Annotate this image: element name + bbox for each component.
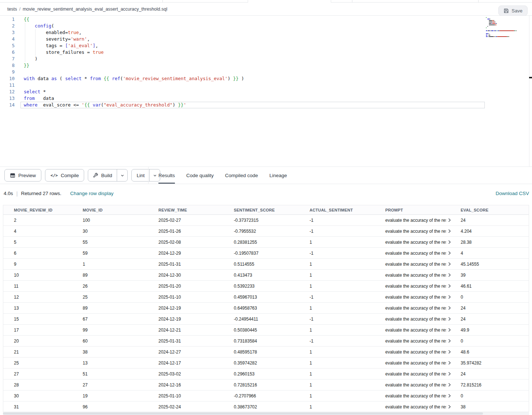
cell-sentiment_score: -0.37372315: [234, 218, 310, 223]
tab-results[interactable]: Results: [158, 167, 175, 184]
code-line-1[interactable]: 1{{: [0, 16, 532, 23]
cell-movie_id: 25: [83, 295, 158, 300]
breadcrumb-filename: movie_review_sentiment_analysis_eval_ass…: [23, 7, 167, 12]
expand-cell-icon[interactable]: [448, 273, 451, 277]
cell-sentiment_score: -0.7955532: [234, 229, 310, 234]
expand-cell-icon[interactable]: [448, 372, 451, 376]
code-line-5[interactable]: 5 tags = ['ai_eval'],: [0, 42, 532, 49]
cell-review_time: 2024-12-21: [158, 328, 234, 333]
lint-label: Lint: [136, 173, 145, 178]
change-row-display-link[interactable]: Change row display: [70, 191, 114, 196]
tab-code-quality[interactable]: Code quality: [186, 167, 214, 184]
editor-minimap[interactable]: [486, 17, 527, 38]
cell-review_time: 2025-01-10: [158, 295, 234, 300]
cell-actual_sentiment: 1: [310, 273, 385, 278]
cell-prompt: evaluate the accuracy of the res…: [385, 295, 461, 300]
expand-cell-icon[interactable]: [448, 328, 451, 332]
cell-movie_review_id: 17: [14, 328, 83, 333]
expand-cell-icon[interactable]: [448, 383, 451, 387]
expand-cell-icon[interactable]: [448, 394, 451, 398]
cell-actual_sentiment: 1: [310, 262, 385, 267]
prompt-text: evaluate the accuracy of the res…: [385, 284, 446, 289]
editor-scrollbar-track[interactable]: [529, 16, 529, 167]
code-line-12[interactable]: 12select *: [0, 89, 532, 95]
build-dropdown-button[interactable]: [117, 169, 127, 181]
cell-movie_id: 38: [83, 349, 158, 355]
expand-cell-icon[interactable]: [448, 251, 451, 255]
cell-sentiment_score: 0.5392233: [234, 284, 310, 289]
expand-cell-icon[interactable]: [448, 284, 451, 288]
breadcrumb: tests / movie_review_sentiment_analysis_…: [0, 3, 532, 16]
table-row: 27512025-03-020.29601531evaluate the acc…: [3, 369, 529, 380]
preview-button[interactable]: Preview: [4, 169, 41, 182]
expand-cell-icon[interactable]: [448, 218, 451, 222]
cell-movie_review_id: 25: [14, 360, 83, 366]
cell-actual_sentiment: 1: [310, 360, 385, 366]
prompt-text: evaluate the accuracy of the res…: [385, 218, 446, 223]
prompt-text: evaluate the accuracy of the res…: [385, 295, 446, 300]
code-line-3[interactable]: 3 enabled=true,: [0, 29, 532, 36]
expand-cell-icon[interactable]: [448, 317, 451, 321]
code-line-6[interactable]: 6 store_failures = true: [0, 49, 532, 56]
code-line-2[interactable]: 2 config(: [0, 23, 532, 29]
build-button[interactable]: Build: [88, 169, 117, 181]
code-lines: 1{{2 config(3 enabled=true,4 severity='w…: [0, 16, 532, 108]
expand-cell-icon[interactable]: [448, 229, 451, 233]
horizontal-scrollbar-thumb[interactable]: [3, 412, 483, 415]
cell-actual_sentiment: 1: [310, 393, 385, 399]
code-line-8[interactable]: 8}}: [0, 62, 532, 69]
line-number: 13: [0, 95, 15, 102]
compile-button[interactable]: </> Compile: [45, 169, 84, 182]
breadcrumb-folder[interactable]: tests: [7, 7, 17, 12]
prompt-text: evaluate the accuracy of the res…: [385, 262, 446, 267]
cell-prompt: evaluate the accuracy of the res…: [385, 240, 461, 245]
code-line-11[interactable]: 11: [0, 82, 532, 89]
prompt-text: evaluate the accuracy of the res…: [385, 240, 446, 245]
download-csv-link[interactable]: Download CSV: [495, 191, 529, 196]
column-header-movie_id: MOVIE_ID: [83, 208, 158, 212]
code-text: config(: [15, 23, 54, 29]
expand-cell-icon[interactable]: [448, 339, 451, 343]
cell-sentiment_score: 0.413473: [234, 273, 310, 278]
expand-cell-icon[interactable]: [448, 306, 451, 310]
status-divider: |: [16, 190, 18, 197]
code-line-7[interactable]: 7 ): [0, 56, 532, 62]
cell-sentiment_score: 0.73183584: [234, 339, 310, 344]
save-button[interactable]: Save: [498, 5, 528, 16]
tab-separator: [478, 0, 479, 3]
line-number: 7: [0, 56, 15, 62]
table-row: 11262025-01-200.53922331evaluate the acc…: [3, 281, 529, 292]
code-editor[interactable]: 1{{2 config(3 enabled=true,4 severity='w…: [0, 16, 532, 167]
cell-actual_sentiment: -1: [310, 251, 385, 256]
cell-movie_review_id: 2: [14, 218, 83, 223]
cell-actual_sentiment: 1: [310, 371, 385, 377]
column-header-sentiment_score: SENTIMENT_SCORE: [234, 208, 310, 212]
cell-movie_review_id: 31: [14, 404, 83, 410]
cell-prompt: evaluate the accuracy of the res…: [385, 262, 461, 267]
code-line-9[interactable]: 9: [0, 69, 532, 75]
cell-review_time: 2025-01-10: [158, 393, 234, 399]
expand-cell-icon[interactable]: [448, 262, 451, 266]
expand-cell-icon[interactable]: [448, 295, 451, 299]
horizontal-scrollbar-track[interactable]: [3, 412, 529, 415]
expand-cell-icon[interactable]: [448, 240, 451, 244]
code-line-13[interactable]: 13from data: [0, 95, 532, 102]
chevron-down-icon: [120, 173, 124, 177]
tab-lineage[interactable]: Lineage: [269, 167, 287, 184]
code-line-14[interactable]: 14where eval_score <= '{{ var("eval_accu…: [0, 102, 532, 108]
cell-sentiment_score: -0.2707966: [234, 393, 310, 399]
cell-sentiment_score: 0.48595178: [234, 349, 310, 355]
cell-movie_review_id: 27: [14, 371, 83, 377]
code-line-10[interactable]: 10with data as ( select * from {{ ref('m…: [0, 75, 532, 82]
tab-compiled-code[interactable]: Compiled code: [225, 167, 258, 184]
code-line-4[interactable]: 4 severity='warn',: [0, 36, 532, 42]
expand-cell-icon[interactable]: [448, 361, 451, 365]
expand-cell-icon[interactable]: [448, 405, 451, 409]
lint-button[interactable]: Lint: [132, 169, 149, 181]
cell-prompt: evaluate the accuracy of the res…: [385, 251, 461, 256]
expand-cell-icon[interactable]: [448, 350, 451, 354]
prompt-text: evaluate the accuracy of the res…: [385, 339, 446, 344]
cell-prompt: evaluate the accuracy of the res…: [385, 328, 461, 333]
cell-eval_score: 0: [461, 393, 529, 399]
cell-eval_score: 28.38: [461, 240, 529, 245]
